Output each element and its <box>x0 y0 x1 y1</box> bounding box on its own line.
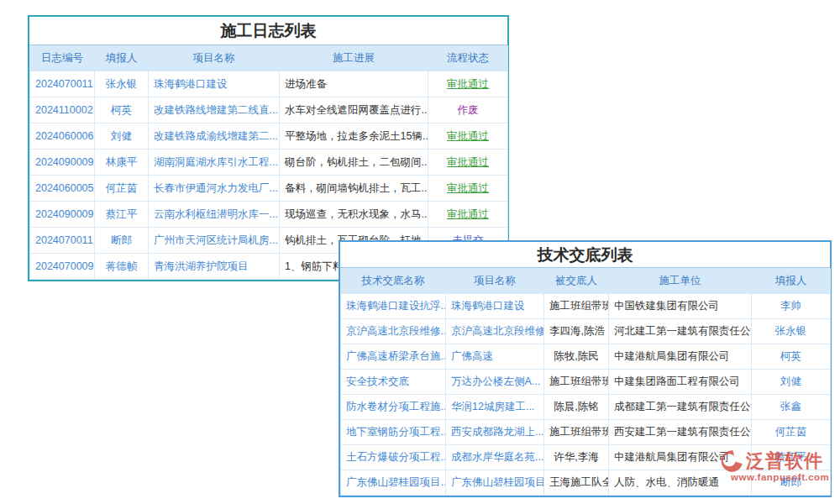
log-id-link[interactable]: 2024070011 <box>30 228 95 254</box>
disclosure-name-link[interactable]: 京沪高速北京段维修... <box>341 319 446 344</box>
construction-log-title: 施工日志列表 <box>29 17 507 45</box>
watermark-brand-text: 泛普软件 <box>746 449 823 474</box>
project-link[interactable]: 珠海鹤港口建设 <box>446 294 544 319</box>
table-header-row: 技术交底名称 项目名称 被交底人 施工单位 填报人 <box>341 269 831 294</box>
receiver-text: 王海施工队全队 <box>544 470 609 496</box>
table-row: 珠海鹤港口建设抗浮... 珠海鹤港口建设 施工班组带班... 中国铁建集团有限公… <box>341 294 831 319</box>
column-header-status: 流程状态 <box>428 46 508 71</box>
receiver-text: 许华,李海 <box>544 445 609 470</box>
progress-text: 砌台阶，钩机排土，二包砌间... <box>280 150 428 176</box>
log-id-link[interactable]: 2024090009 <box>30 202 95 228</box>
progress-text: 备料，砌间墙钩机排土，瓦工... <box>280 176 428 202</box>
column-header-reporter: 填报人 <box>752 269 831 294</box>
table-row: 安全技术交底 万达办公楼左侧A... 施工班组带班... 中建集团路面工程有限公… <box>341 370 831 395</box>
unit-text: 成都建工第一建筑有限责任公司 <box>609 395 752 420</box>
project-link[interactable]: 改建铁路成渝线增建第二... <box>149 123 280 150</box>
status-link[interactable]: 作废 <box>428 97 508 123</box>
project-link[interactable]: 青海洪湖养护院项目 <box>149 254 280 280</box>
progress-text: 进场准备 <box>280 71 428 97</box>
table-row: 2024090009 蔡江平 云南水利枢纽潜明水库一... 现场巡查，无积水现象… <box>30 202 508 228</box>
progress-text: 水车对全线遮阳网覆盖点进行... <box>280 97 428 123</box>
unit-text: 中建集团路面工程有限公司 <box>609 370 752 395</box>
status-link[interactable]: 审批通过 <box>428 71 508 97</box>
fanpu-logo-icon <box>719 449 744 474</box>
project-link[interactable]: 广东佛山碧桂园项目 <box>446 470 544 496</box>
column-header-reporter: 填报人 <box>95 46 149 71</box>
disclosure-name-link[interactable]: 土石方爆破分项工程... <box>341 445 446 470</box>
log-id-link[interactable]: 2024060005 <box>30 176 95 202</box>
column-header-log-id: 日志编号 <box>30 46 95 71</box>
table-row: 2024060005 何芷茵 长春市伊通河水力发电厂... 备料，砌间墙钩机排土… <box>30 176 508 202</box>
progress-text: 现场巡查，无积水现象，水马... <box>280 202 428 228</box>
disclosure-name-link[interactable]: 广佛高速桥梁承台施... <box>341 344 446 370</box>
column-header-project: 项目名称 <box>446 269 544 294</box>
column-header-project: 项目名称 <box>149 46 280 71</box>
log-id-link[interactable]: 2024090009 <box>30 150 95 176</box>
log-id-link[interactable]: 2024060006 <box>30 123 95 150</box>
disclosure-name-link[interactable]: 地下室钢筋分项工程... <box>341 420 446 445</box>
receiver-text: 施工班组带班... <box>544 294 609 319</box>
project-link[interactable]: 广佛高速 <box>446 344 544 370</box>
table-header-row: 日志编号 填报人 项目名称 施工进展 流程状态 <box>30 46 508 71</box>
table-row: 2024070011 张永银 珠海鹤港口建设 进场准备 审批通过 <box>30 71 508 97</box>
reporter-link[interactable]: 张鑫 <box>752 395 831 420</box>
reporter-link[interactable]: 张永银 <box>95 71 149 97</box>
table-row: 2024090009 林康平 湖南洞庭湖水库引水工程... 砌台阶，钩机排土，二… <box>30 150 508 176</box>
reporter-link[interactable]: 张永银 <box>752 319 831 344</box>
project-link[interactable]: 万达办公楼左侧A... <box>446 370 544 395</box>
disclosure-name-link[interactable]: 防水卷材分项工程施... <box>341 395 446 420</box>
project-link[interactable]: 珠海鹤港口建设 <box>149 71 280 97</box>
table-row: 京沪高速北京段维修... 京沪高速北京段维修 李四海,陈浩 河北建工第一建筑有限… <box>341 319 831 344</box>
watermark-url-text: www.fanpusoft.com <box>719 472 829 482</box>
project-link[interactable]: 华润12城房建工... <box>446 395 544 420</box>
receiver-text: 李四海,陈浩 <box>544 319 609 344</box>
reporter-link[interactable]: 李帅 <box>752 294 831 319</box>
disclosure-name-link[interactable]: 广东佛山碧桂园项目... <box>341 470 446 496</box>
receiver-text: 陈晨,陈铭 <box>544 395 609 420</box>
progress-text: 平整场地，拉走多余泥土15辆... <box>280 123 428 150</box>
reporter-link[interactable]: 何芷茵 <box>752 420 831 445</box>
receiver-text: 施工班组带班... <box>544 420 609 445</box>
column-header-disclosure-name: 技术交底名称 <box>341 269 446 294</box>
reporter-link[interactable]: 何芷茵 <box>95 176 149 202</box>
status-link[interactable]: 审批通过 <box>428 202 508 228</box>
unit-text: 河北建工第一建筑有限责任公司 <box>609 319 752 344</box>
log-id-link[interactable]: 2024110002 <box>30 97 95 123</box>
project-link[interactable]: 湖南洞庭湖水库引水工程... <box>149 150 280 176</box>
status-link[interactable]: 审批通过 <box>428 150 508 176</box>
project-link[interactable]: 京沪高速北京段维修 <box>446 319 544 344</box>
page: 施工日志列表 日志编号 填报人 项目名称 施工进展 流程状态 202407001… <box>0 0 840 504</box>
reporter-link[interactable]: 林康平 <box>95 150 149 176</box>
table-row: 广佛高速桥梁承台施... 广佛高速 陈牧,陈民 中建港航局集团有限公司 柯英 <box>341 344 831 370</box>
table-row: 2024110002 柯英 改建铁路线增建第二线直... 水车对全线遮阳网覆盖点… <box>30 97 508 123</box>
reporter-link[interactable]: 柯英 <box>95 97 149 123</box>
reporter-link[interactable]: 刘健 <box>95 123 149 150</box>
project-link[interactable]: 西安成都路龙湖上... <box>446 420 544 445</box>
column-header-progress: 施工进展 <box>280 46 428 71</box>
reporter-link[interactable]: 蔡江平 <box>95 202 149 228</box>
table-row: 防水卷材分项工程施... 华润12城房建工... 陈晨,陈铭 成都建工第一建筑有… <box>341 395 831 420</box>
vendor-watermark: 泛普软件 www.fanpusoft.com <box>719 449 829 482</box>
project-link[interactable]: 长春市伊通河水力发电厂... <box>149 176 280 202</box>
reporter-link[interactable]: 柯英 <box>752 344 831 370</box>
project-link[interactable]: 改建铁路线增建第二线直... <box>149 97 280 123</box>
log-id-link[interactable]: 2024070011 <box>30 71 95 97</box>
reporter-link[interactable]: 蒋德帧 <box>95 254 149 280</box>
project-link[interactable]: 成都水岸华庭名苑... <box>446 445 544 470</box>
receiver-text: 施工班组带班... <box>544 370 609 395</box>
log-id-link[interactable]: 2024070009 <box>30 254 95 280</box>
unit-text: 中建港航局集团有限公司 <box>609 344 752 370</box>
table-row: 地下室钢筋分项工程... 西安成都路龙湖上... 施工班组带班... 西安建工第… <box>341 420 831 445</box>
project-link[interactable]: 云南水利枢纽潜明水库一... <box>149 202 280 228</box>
disclosure-name-link[interactable]: 安全技术交底 <box>341 370 446 395</box>
disclosure-name-link[interactable]: 珠海鹤港口建设抗浮... <box>341 294 446 319</box>
reporter-link[interactable]: 断郎 <box>95 228 149 254</box>
project-link[interactable]: 广州市天河区统计局机房... <box>149 228 280 254</box>
column-header-receiver: 被交底人 <box>544 269 609 294</box>
reporter-link[interactable]: 刘健 <box>752 370 831 395</box>
status-link[interactable]: 审批通过 <box>428 176 508 202</box>
status-link[interactable]: 审批通过 <box>428 123 508 150</box>
receiver-text: 陈牧,陈民 <box>544 344 609 370</box>
column-header-unit: 施工单位 <box>609 269 752 294</box>
unit-text: 西安建工第一建筑有限责任公司 <box>609 420 752 445</box>
